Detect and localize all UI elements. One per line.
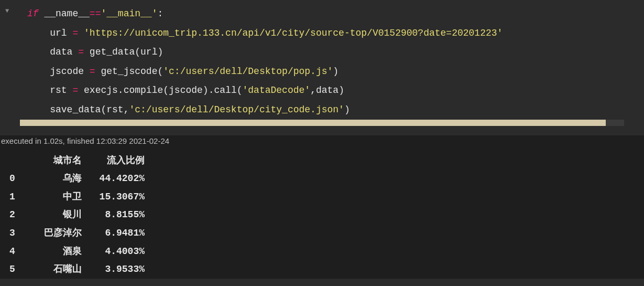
table-row: 1中卫15.3067% xyxy=(0,188,644,206)
token-operator: = xyxy=(72,28,78,38)
token-call: ,data) xyxy=(310,85,344,96)
cell-city: 巴彦淖尔 xyxy=(24,225,82,241)
token-operator: == xyxy=(90,8,101,19)
cell-index: 0 xyxy=(9,171,24,187)
horizontal-scrollbar[interactable] xyxy=(20,120,624,126)
cell-index: 1 xyxy=(9,189,24,205)
token-ident: rst xyxy=(27,85,72,96)
table-row: 4酒泉4.4003% xyxy=(0,242,644,261)
code-line[interactable]: rst = execjs.compile(jscode).call('dataD… xyxy=(0,81,644,100)
cell-city: 银川 xyxy=(24,207,82,223)
cell-city: 乌海 xyxy=(24,171,82,187)
code-line[interactable]: jscode = get_jscode('c:/users/dell/Deskt… xyxy=(0,62,644,81)
token-ident: url xyxy=(27,28,72,38)
token-punct: ) xyxy=(333,66,339,77)
token-ident: __name__ xyxy=(39,8,90,19)
cell-pct: 15.3067% xyxy=(82,189,145,205)
token-call: save_data(rst, xyxy=(27,104,129,115)
code-line[interactable]: data = get_data(url) xyxy=(0,43,644,62)
output-panel[interactable]: 城市名流入比例 0乌海44.4202% 1中卫15.3067% 2银川8.815… xyxy=(0,146,644,279)
code-line[interactable]: save_data(rst,'c:/users/dell/Desktop/cit… xyxy=(0,100,644,120)
header-index xyxy=(9,153,24,169)
cell-city: 中卫 xyxy=(24,189,82,205)
token-string: 'dataDecode' xyxy=(243,85,311,96)
execution-status: executed in 1.02s, finished 12:03:29 202… xyxy=(0,135,644,146)
scrollbar-thumb[interactable] xyxy=(20,120,606,126)
header-city: 城市名 xyxy=(24,153,82,169)
token-call: get_jscode( xyxy=(95,66,163,77)
cell-pct: 4.4003% xyxy=(82,243,145,260)
token-operator: = xyxy=(78,47,84,57)
fold-marker-icon[interactable]: ▼ xyxy=(5,7,9,15)
token-operator: = xyxy=(90,66,95,77)
token-punct: ) xyxy=(344,104,350,115)
code-line[interactable]: if __name__=='__main__': xyxy=(0,4,644,24)
table-row: 2银川8.8155% xyxy=(0,206,644,224)
table-row: 0乌海44.4202% xyxy=(0,170,644,188)
token-string: 'c:/users/dell/Desktop/pop.js' xyxy=(163,66,333,77)
code-editor[interactable]: ▼ if __name__=='__main__': url = 'https:… xyxy=(0,0,644,135)
cell-index: 2 xyxy=(9,207,24,223)
cell-pct: 3.9533% xyxy=(82,261,145,278)
cell-index: 3 xyxy=(9,225,24,241)
table-row: 5石嘴山3.9533% xyxy=(0,260,644,279)
cell-city: 酒泉 xyxy=(24,243,82,260)
token-keyword: if xyxy=(27,8,39,19)
header-ratio: 流入比例 xyxy=(82,153,145,169)
token-string: 'https://unicom_trip.133.cn/api/v1/city/… xyxy=(78,28,503,38)
token-call: get_data(url) xyxy=(84,47,163,57)
cell-pct: 8.8155% xyxy=(82,207,145,223)
token-ident: data xyxy=(27,47,78,57)
cell-pct: 6.9481% xyxy=(82,225,145,241)
token-punct: : xyxy=(157,8,163,19)
token-operator: = xyxy=(72,85,78,96)
table-row: 3巴彦淖尔6.9481% xyxy=(0,224,644,242)
cell-index: 4 xyxy=(9,243,24,260)
table-header-row: 城市名流入比例 xyxy=(0,152,644,170)
token-string: '__main__' xyxy=(101,8,157,19)
cell-city: 石嘴山 xyxy=(24,261,82,278)
token-string: 'c:/users/dell/Desktop/city_code.json' xyxy=(129,104,344,115)
token-call: execjs.compile(jscode).call( xyxy=(78,85,242,96)
cell-pct: 44.4202% xyxy=(82,171,145,187)
cell-index: 5 xyxy=(9,261,24,278)
token-ident: jscode xyxy=(27,66,90,77)
code-line[interactable]: url = 'https://unicom_trip.133.cn/api/v1… xyxy=(0,24,644,43)
